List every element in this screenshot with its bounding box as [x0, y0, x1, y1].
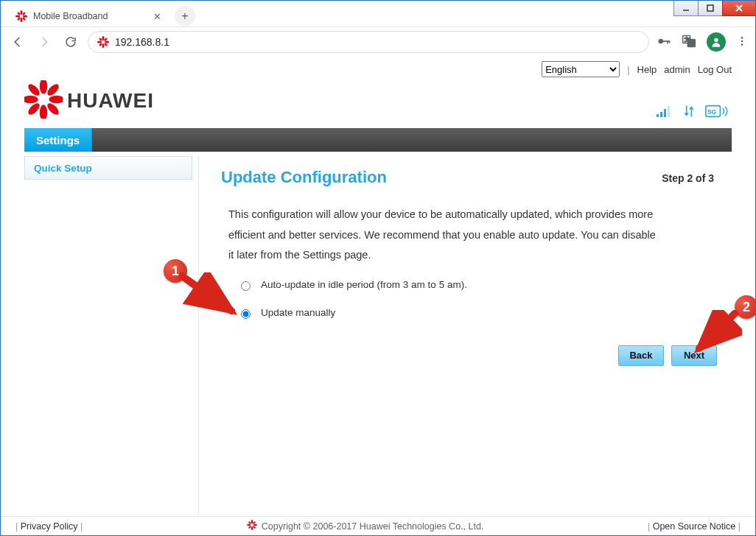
svg-point-49 [253, 524, 257, 526]
svg-point-38 [46, 82, 61, 98]
svg-point-13 [102, 43, 105, 48]
svg-point-46 [251, 520, 253, 523]
svg-point-19 [99, 43, 102, 46]
page-title: Update Configuration [221, 168, 717, 187]
tab-close-icon[interactable]: ✕ [151, 10, 163, 22]
svg-rect-42 [664, 109, 666, 117]
svg-point-31 [741, 43, 743, 46]
option-manual-update[interactable]: Update manually [237, 307, 717, 319]
forward-button-browser[interactable] [35, 32, 54, 52]
svg-point-34 [24, 96, 38, 103]
top-links: English | Help admin Log Out [24, 61, 732, 77]
step-indicator: Step 2 of 3 [662, 172, 714, 184]
sidebar: Quick Setup [24, 156, 198, 524]
svg-point-53 [248, 526, 251, 529]
tab-favicon [15, 10, 27, 22]
open-source-link[interactable]: Open Source Notice [653, 521, 736, 532]
saved-password-icon[interactable] [657, 34, 671, 51]
svg-point-35 [49, 96, 63, 103]
option-auto-label: Auto-update in idle period (from 3 am to… [261, 279, 467, 290]
help-link[interactable]: Help [637, 64, 657, 75]
svg-point-20 [659, 38, 664, 43]
svg-point-47 [251, 526, 253, 530]
reload-button[interactable] [61, 32, 80, 52]
address-bar[interactable]: 192.168.8.1 [88, 31, 649, 53]
language-select[interactable]: English [542, 61, 620, 77]
huawei-logo-icon [24, 80, 63, 121]
brand-name: HUAWEI [67, 89, 154, 113]
svg-point-14 [97, 41, 102, 43]
status-icons: 5G [657, 104, 732, 121]
page-viewport: English | Help admin Log Out HUAWEI 5G [1, 57, 755, 535]
svg-rect-1 [707, 5, 713, 11]
svg-point-48 [247, 524, 251, 526]
svg-point-16 [99, 38, 102, 41]
annotation-arrow-2 [690, 310, 742, 362]
signal-icon [657, 105, 673, 120]
translate-icon[interactable]: 文A [682, 34, 696, 51]
svg-text:A: A [690, 40, 693, 46]
toolbar-right: 文A [657, 32, 748, 52]
network-5g-icon: 5G [705, 104, 732, 121]
svg-point-8 [17, 12, 21, 15]
nav-tab-settings[interactable]: Settings [24, 128, 92, 152]
svg-point-18 [104, 38, 108, 41]
back-button-browser[interactable] [8, 32, 27, 52]
svg-point-52 [253, 521, 256, 525]
svg-rect-43 [668, 106, 670, 117]
browser-tabstrip: Mobile Broadband ✕ + [1, 1, 755, 27]
svg-rect-22 [667, 40, 668, 43]
browser-toolbar: 192.168.8.1 文A [1, 27, 755, 57]
logout-link[interactable]: Log Out [698, 64, 732, 75]
svg-point-37 [46, 102, 61, 117]
profile-avatar[interactable] [707, 32, 726, 52]
svg-point-33 [40, 105, 47, 119]
svg-rect-21 [662, 40, 669, 42]
svg-point-12 [102, 36, 105, 40]
tab-title: Mobile Broadband [33, 11, 151, 21]
svg-point-5 [21, 18, 23, 22]
svg-point-29 [741, 37, 743, 39]
annotation-arrow-1 [178, 272, 245, 324]
svg-point-10 [22, 12, 26, 15]
window-maximize-button[interactable] [698, 0, 723, 16]
window-frame: Mobile Broadband ✕ + 192.168.8.1 文A Engl… [0, 0, 756, 536]
svg-point-50 [248, 521, 251, 525]
svg-point-11 [17, 17, 21, 21]
main-navbar: Settings [24, 128, 732, 152]
svg-point-39 [27, 102, 42, 117]
svg-text:5G: 5G [707, 108, 716, 116]
window-minimize-button[interactable] [673, 0, 699, 16]
browser-tab[interactable]: Mobile Broadband ✕ [8, 6, 170, 27]
content-panel: Update Configuration Step 2 of 3 This co… [198, 156, 732, 524]
username-label: admin [664, 64, 690, 75]
svg-point-17 [104, 43, 108, 46]
new-tab-button[interactable]: + [175, 6, 195, 27]
back-button[interactable]: Back [618, 345, 664, 366]
data-transfer-icon [682, 104, 696, 121]
description-text: This configuration will allow your devic… [228, 205, 656, 266]
kebab-menu-icon[interactable] [736, 35, 748, 49]
privacy-link[interactable]: Privacy Policy [21, 521, 78, 532]
window-controls [674, 0, 756, 16]
svg-point-4 [21, 10, 23, 15]
svg-point-15 [105, 41, 109, 43]
footer-logo-icon [247, 520, 257, 532]
brand: HUAWEI [24, 80, 154, 121]
svg-rect-40 [657, 114, 659, 117]
svg-rect-23 [669, 40, 671, 43]
site-favicon [97, 36, 109, 48]
option-auto-update[interactable]: Auto-update in idle period (from 3 am to… [237, 279, 717, 291]
svg-point-30 [741, 40, 743, 42]
window-close-button[interactable] [722, 0, 756, 16]
svg-point-9 [22, 17, 26, 21]
svg-point-32 [40, 80, 47, 94]
sidebar-item-quick-setup[interactable]: Quick Setup [24, 156, 192, 180]
footer: | Privacy Policy | Copyright © 2006-2017… [1, 516, 755, 535]
option-manual-label: Update manually [261, 307, 335, 318]
svg-point-36 [27, 82, 42, 98]
url-text: 192.168.8.1 [115, 36, 169, 48]
svg-point-6 [15, 15, 20, 18]
svg-point-7 [23, 15, 27, 18]
svg-point-51 [253, 526, 256, 529]
